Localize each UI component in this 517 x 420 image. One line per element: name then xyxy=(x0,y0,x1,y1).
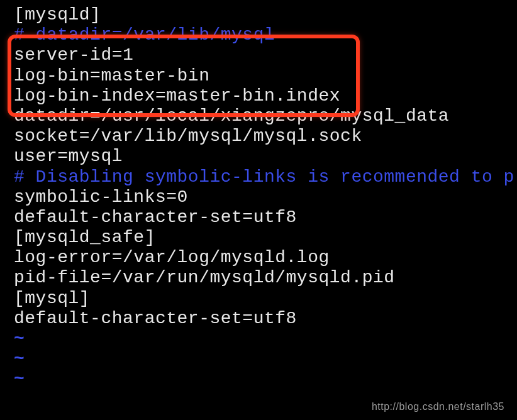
config-line-7: user=mysql xyxy=(14,146,517,167)
config-line-3: log-bin=master-bin xyxy=(14,66,517,86)
config-line-2: server-id=1 xyxy=(14,45,517,65)
config-line-9: symbolic-links=0 xyxy=(14,187,517,207)
config-line-1: # datadir=/var/lib/mysql xyxy=(14,25,517,45)
config-line-14: [mysql] xyxy=(14,289,517,309)
config-line-0: [mysqld] xyxy=(14,5,517,25)
config-line-6: socket=/var/lib/mysql/mysql.sock xyxy=(14,126,517,146)
config-line-12: log-error=/var/log/mysqld.log xyxy=(14,248,517,268)
config-line-13: pid-file=/var/run/mysqld/mysqld.pid xyxy=(14,268,517,288)
config-line-18: ~ xyxy=(14,369,517,389)
watermark-text: http://blog.csdn.net/starlh35 xyxy=(372,401,504,412)
terminal-editor[interactable]: [mysqld]# datadir=/var/lib/mysqlserver-i… xyxy=(0,0,517,390)
config-line-11: [mysqld_safe] xyxy=(14,228,517,248)
config-line-8: # Disabling symbolic-links is recommende… xyxy=(14,167,517,187)
config-line-16: ~ xyxy=(14,329,517,349)
config-line-5: datadir=/usr/local/xiangzepro/mysql_data xyxy=(14,106,517,126)
config-line-17: ~ xyxy=(14,349,517,369)
config-line-10: default-character-set=utf8 xyxy=(14,207,517,228)
config-line-15: default-character-set=utf8 xyxy=(14,309,517,329)
config-line-4: log-bin-index=master-bin.index xyxy=(14,86,517,106)
